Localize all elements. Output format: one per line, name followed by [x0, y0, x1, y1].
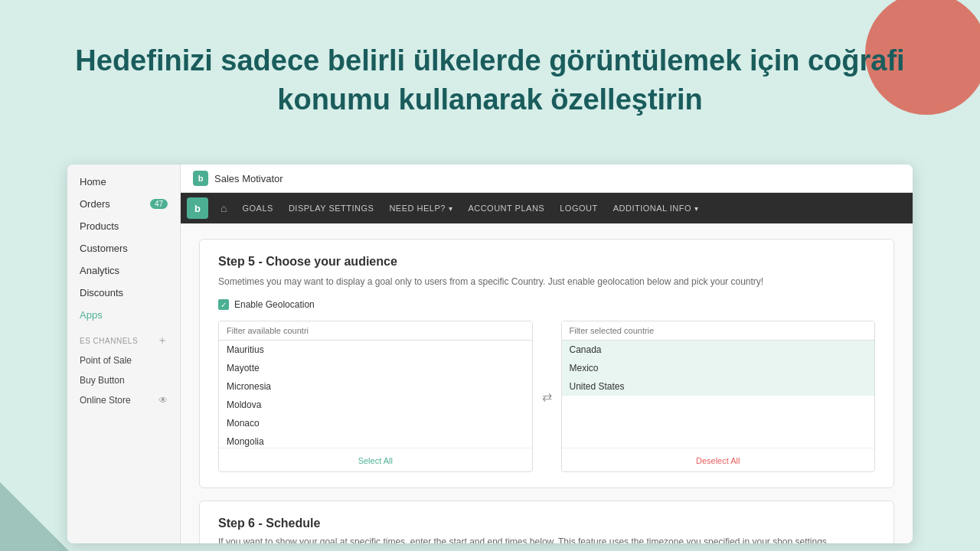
transfer-icon[interactable]: ⇄ [542, 390, 552, 404]
list-item[interactable]: Micronesia [219, 377, 532, 396]
sidebar-item-products[interactable]: Products [67, 215, 180, 237]
list-item[interactable]: Canada [562, 341, 875, 359]
nav-item-need-help[interactable]: NEED HELP? ▾ [381, 193, 460, 223]
select-all-link[interactable]: Select All [358, 456, 393, 465]
sidebar-item-discounts[interactable]: Discounts [67, 282, 180, 304]
geolocation-label: Enable Geolocation [234, 299, 315, 310]
step6-card: Step 6 - Schedule If you want to show yo… [199, 500, 894, 543]
sidebar-item-home[interactable]: Home [67, 171, 180, 193]
list-item[interactable]: Mauritius [219, 341, 532, 359]
app-logo: b [193, 171, 208, 186]
orders-badge: 47 [150, 199, 168, 209]
sidebar-channel-buy-button[interactable]: Buy Button [67, 370, 180, 390]
available-countries-list: Mauritius Mayotte Micronesia Moldova Mon… [219, 341, 532, 448]
list-item[interactable]: Monaco [219, 414, 532, 432]
list-item[interactable]: Mayotte [219, 359, 532, 377]
select-all-action: Select All [219, 448, 532, 471]
hero-title: Hedefinizi sadece belirli ülkelerde görü… [61, 41, 919, 120]
nav-bar: b ⌂ GOALS DISPLAY SETTINGS NEED HELP? ▾ … [181, 193, 913, 223]
filter-available-input[interactable] [219, 321, 532, 341]
step5-title: Step 5 - Choose your audience [218, 255, 875, 269]
list-item[interactable]: Mongolia [219, 432, 532, 448]
list-item[interactable]: United States [562, 377, 875, 396]
countries-row: Mauritius Mayotte Micronesia Moldova Mon… [218, 321, 875, 472]
sidebar-item-analytics[interactable]: Analytics [67, 259, 180, 282]
nav-item-logout[interactable]: LOGOUT [552, 193, 605, 223]
sidebar-item-orders[interactable]: Orders 47 [67, 193, 180, 215]
sidebar-channel-pos[interactable]: Point of Sale [67, 350, 180, 370]
sidebar-item-customers[interactable]: Customers [67, 237, 180, 259]
nav-item-display-settings[interactable]: DISPLAY SETTINGS [281, 193, 382, 223]
app-name: Sales Motivator [214, 173, 283, 184]
list-item[interactable]: Moldova [219, 396, 532, 414]
geolocation-checkbox-row[interactable]: ✓ Enable Geolocation [218, 299, 875, 310]
app-window: Home Orders 47 Products Customers Analyt… [67, 165, 913, 543]
geolocation-checkbox[interactable]: ✓ [218, 299, 229, 310]
selected-countries-box: Canada Mexico United States Deselect All [561, 321, 876, 472]
available-countries-box: Mauritius Mayotte Micronesia Moldova Mon… [218, 321, 533, 472]
nav-item-account-plans[interactable]: ACCOUNT PLANS [460, 193, 552, 223]
add-channel-icon[interactable]: ＋ [157, 334, 168, 347]
deselect-all-action: Deselect All [562, 448, 875, 471]
content-area: Step 5 - Choose your audience Sometimes … [181, 223, 913, 543]
sales-channels-section: ES CHANNELS ＋ [67, 326, 180, 350]
sidebar: Home Orders 47 Products Customers Analyt… [67, 165, 181, 543]
step6-title: Step 6 - Schedule [218, 517, 875, 530]
hero-section: Hedefinizi sadece belirli ülkelerde görü… [0, 0, 980, 161]
nav-item-goals[interactable]: GOALS [234, 193, 280, 223]
step5-card: Step 5 - Choose your audience Sometimes … [199, 239, 894, 488]
eye-icon: 👁 [158, 395, 168, 406]
deco-triangle-bottom-left [0, 482, 69, 551]
step5-description: Sometimes you may want to display a goal… [218, 275, 875, 289]
sidebar-channel-online-store[interactable]: Online Store 👁 [67, 390, 180, 410]
app-header: b Sales Motivator [181, 165, 913, 193]
list-item[interactable]: Mexico [562, 359, 875, 377]
nav-home-icon[interactable]: ⌂ [213, 202, 234, 214]
chevron-down-icon: ▾ [449, 204, 453, 213]
main-content: b Sales Motivator b ⌂ GOALS DISPLAY SETT… [181, 165, 913, 543]
nav-logo: b [187, 197, 208, 219]
step6-description: If you want to show your goal at specifi… [218, 535, 875, 543]
sidebar-item-apps[interactable]: Apps [67, 304, 180, 326]
deselect-all-link[interactable]: Deselect All [696, 456, 740, 465]
filter-selected-input[interactable] [562, 321, 875, 341]
nav-item-additional-info[interactable]: ADDITIONAL INFO ▾ [606, 193, 707, 223]
chevron-down-icon-2: ▾ [694, 204, 699, 213]
selected-countries-list: Canada Mexico United States [562, 341, 875, 448]
